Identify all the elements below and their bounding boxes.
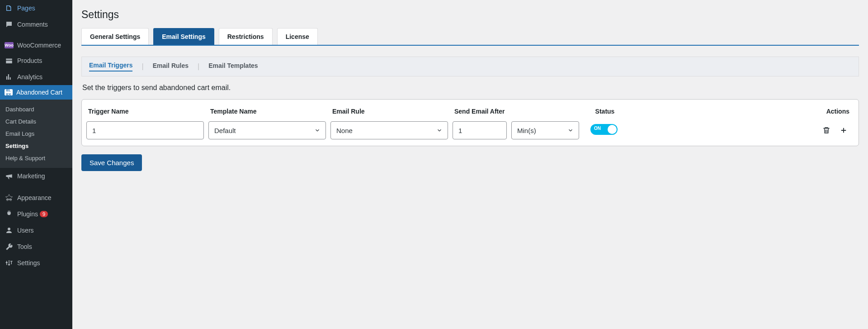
save-changes-button[interactable]: Save Changes	[81, 154, 142, 171]
col-actions: Actions	[629, 106, 854, 121]
submenu-settings[interactable]: Settings	[0, 140, 72, 152]
sidebar-item-products[interactable]: Products	[0, 52, 72, 69]
pages-icon	[5, 4, 14, 13]
sidebar-label: Products	[17, 57, 42, 64]
sidebar-label: Users	[17, 227, 34, 234]
toggle-label: ON	[594, 126, 601, 131]
sidebar-label: Pages	[17, 5, 35, 12]
submenu-dashboard[interactable]: Dashboard	[0, 103, 72, 115]
marketing-icon	[5, 172, 14, 181]
tab-restrictions[interactable]: Restrictions	[219, 28, 273, 45]
trigger-row: Default None	[86, 121, 854, 139]
col-template-name: Template Name	[208, 106, 330, 121]
plugins-badge: 9	[40, 211, 48, 217]
sidebar-label: Marketing	[17, 172, 45, 180]
appearance-icon	[5, 193, 14, 202]
template-name-select[interactable]: Default	[208, 121, 326, 139]
settings-icon	[5, 258, 14, 267]
sidebar-item-appearance[interactable]: Appearance	[0, 190, 72, 206]
status-toggle[interactable]: ON	[590, 124, 618, 135]
send-after-unit-select[interactable]: Min(s)	[511, 121, 579, 139]
sidebar-submenu: Dashboard Cart Details Email Logs Settin…	[0, 100, 72, 168]
sidebar-label: Comments	[17, 21, 48, 28]
sidebar-item-marketing[interactable]: Marketing	[0, 168, 72, 184]
sidebar-item-tools[interactable]: Tools	[0, 238, 72, 255]
sidebar-item-users[interactable]: Users	[0, 222, 72, 238]
submenu-email-logs[interactable]: Email Logs	[0, 128, 72, 140]
subtab-separator: |	[142, 62, 143, 71]
comments-icon	[5, 20, 14, 29]
col-email-rule: Email Rule	[330, 106, 453, 121]
subtab-separator: |	[198, 62, 199, 71]
sidebar-item-abandoned-cart[interactable]: ELEX Abandoned Cart	[0, 85, 72, 100]
toggle-knob	[608, 125, 617, 134]
sidebar-label: Analytics	[17, 73, 42, 81]
submenu-cart-details[interactable]: Cart Details	[0, 115, 72, 128]
sidebar-item-pages[interactable]: Pages	[0, 0, 72, 16]
sidebar-label: Settings	[17, 259, 40, 267]
tab-general-settings[interactable]: General Settings	[81, 28, 149, 45]
sidebar-label: Appearance	[17, 194, 52, 201]
admin-sidebar: Pages Comments Woo WooCommerce Products …	[0, 0, 72, 329]
sidebar-label: Tools	[17, 243, 32, 250]
main-content: Settings General Settings Email Settings…	[72, 0, 868, 329]
trigger-name-input[interactable]	[86, 121, 204, 139]
email-rule-select[interactable]: None	[330, 121, 448, 139]
plugins-icon	[5, 210, 14, 219]
settings-tabs: General Settings Email Settings Restrict…	[81, 28, 859, 46]
tab-email-settings[interactable]: Email Settings	[153, 28, 214, 45]
tab-license[interactable]: License	[277, 28, 318, 45]
elex-icon: ELEX	[5, 89, 13, 95]
woo-icon: Woo	[5, 42, 14, 48]
subtab-email-rules[interactable]: Email Rules	[153, 62, 189, 71]
section-description: Set the triggers to send abandoned cart …	[82, 84, 858, 92]
sidebar-item-plugins[interactable]: Plugins 9	[0, 206, 72, 222]
trigger-table: Trigger Name Template Name Email Rule Se…	[86, 106, 854, 139]
submenu-help-support[interactable]: Help & Support	[0, 152, 72, 164]
sidebar-item-comments[interactable]: Comments	[0, 16, 72, 33]
products-icon	[5, 56, 14, 65]
users-icon	[5, 226, 14, 235]
sidebar-item-analytics[interactable]: Analytics	[0, 69, 72, 85]
subtab-email-templates[interactable]: Email Templates	[208, 62, 258, 71]
add-icon[interactable]	[838, 124, 849, 136]
col-status: Status	[584, 106, 629, 121]
sidebar-label: Plugins	[17, 210, 38, 218]
col-send-after: Send Email After	[453, 106, 584, 121]
send-after-value-input[interactable]	[453, 121, 507, 139]
subtab-email-triggers[interactable]: Email Triggers	[89, 62, 132, 72]
sidebar-item-settings[interactable]: Settings	[0, 255, 72, 271]
trigger-table-container: Trigger Name Template Name Email Rule Se…	[81, 99, 859, 146]
page-title: Settings	[81, 5, 859, 23]
delete-icon[interactable]	[821, 124, 832, 136]
sidebar-item-woocommerce[interactable]: Woo WooCommerce	[0, 38, 72, 52]
sidebar-label: Abandoned Cart	[16, 89, 62, 96]
sidebar-label: WooCommerce	[17, 42, 61, 49]
email-subtabs: Email Triggers | Email Rules | Email Tem…	[81, 57, 859, 76]
tools-icon	[5, 242, 14, 251]
col-trigger-name: Trigger Name	[86, 106, 208, 121]
analytics-icon	[5, 72, 14, 81]
